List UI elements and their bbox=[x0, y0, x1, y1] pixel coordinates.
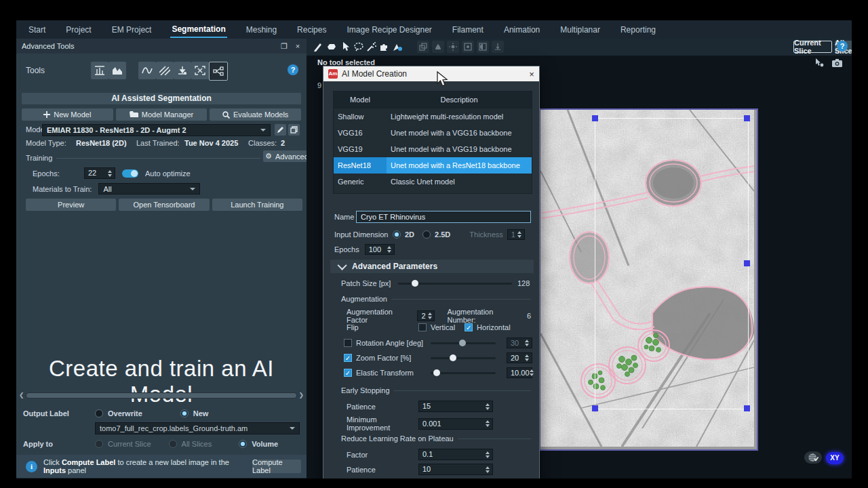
scroll-right-icon[interactable]: ❯ bbox=[298, 392, 304, 399]
menu-em-project[interactable]: EM Project bbox=[111, 22, 153, 37]
scan-remove-tool-icon[interactable] bbox=[191, 62, 209, 79]
zoom-factor-checkbox[interactable]: ✓ bbox=[344, 354, 352, 362]
selection-handle-right-mid[interactable] bbox=[744, 260, 750, 266]
dim-2d-radio[interactable] bbox=[393, 230, 401, 239]
menu-project[interactable]: Project bbox=[64, 22, 92, 37]
output-label-dropdown[interactable]: tomo7_full_rec_crop.labels_Ground-truth.… bbox=[95, 422, 300, 434]
menu-multiplanar[interactable]: Multiplanar bbox=[559, 22, 601, 37]
puzzle-tool-icon[interactable] bbox=[378, 41, 390, 53]
compute-label-button[interactable]: Compute Label bbox=[252, 460, 301, 473]
table-row-vgg16[interactable]: VGG16Unet model with a VGG16 backbone bbox=[334, 125, 532, 141]
open-tensorboard-button[interactable]: Open Tensorboard bbox=[119, 199, 209, 211]
table-row-shallow[interactable]: ShallowLightweight multi-resolution mode… bbox=[334, 108, 532, 125]
close-icon[interactable]: × bbox=[293, 41, 302, 51]
menu-segmentation[interactable]: Segmentation bbox=[170, 21, 226, 38]
dialog-epochs-spinner[interactable]: 100 bbox=[365, 244, 395, 255]
selection-handle-bottom-left[interactable] bbox=[592, 405, 598, 411]
duplicate-model-button[interactable] bbox=[288, 124, 300, 136]
fill-icon[interactable] bbox=[432, 41, 444, 53]
selection-handle-bottom-right[interactable] bbox=[744, 405, 750, 411]
preview-button[interactable]: Preview bbox=[26, 199, 116, 211]
epochs-spinner[interactable]: 22 bbox=[84, 167, 115, 179]
menu-meshing[interactable]: Meshing bbox=[245, 22, 278, 37]
dilate-icon[interactable] bbox=[447, 41, 459, 53]
table-row-resnet18[interactable]: ResNet18Unet model with a ResNet18 backb… bbox=[334, 157, 532, 174]
model-dropdown[interactable]: EMIAR 11830 - ResNet18 - 2D - Augmt 2 bbox=[42, 124, 271, 136]
overwrite-radio[interactable] bbox=[95, 409, 103, 418]
elastic-transform-checkbox[interactable]: ✓ bbox=[344, 369, 352, 377]
current-slice-button[interactable]: Current Slice bbox=[793, 41, 832, 53]
zoom-factor-spinner[interactable]: 20 bbox=[507, 352, 532, 363]
advanced-parameters-header[interactable]: Advanced Parameters bbox=[330, 260, 534, 273]
flip-horizontal-checkbox[interactable]: ✓ bbox=[465, 323, 473, 331]
patience-spinner[interactable]: 15 bbox=[418, 401, 493, 412]
thickness-spinner[interactable]: 1 bbox=[507, 229, 525, 240]
levels-tool-icon[interactable] bbox=[108, 62, 126, 79]
current-slice-radio[interactable] bbox=[95, 440, 103, 448]
table-row-generic[interactable]: GenericClassic Unet model bbox=[334, 174, 532, 190]
lasso-tool-icon[interactable] bbox=[353, 41, 365, 53]
menu-recipes[interactable]: Recipes bbox=[296, 22, 328, 37]
edit-model-button[interactable] bbox=[275, 124, 286, 136]
new-model-button[interactable]: New Model bbox=[22, 108, 113, 121]
ai-segmentation-tool-icon[interactable] bbox=[209, 62, 228, 81]
pointer-settings-icon[interactable] bbox=[815, 58, 824, 67]
undock-icon[interactable]: ❐ bbox=[279, 41, 289, 51]
lr-patience-spinner[interactable]: 10 bbox=[418, 464, 493, 475]
import-tool-icon[interactable] bbox=[174, 62, 191, 79]
selection-rectangle[interactable] bbox=[595, 118, 749, 409]
elastic-transform-slider[interactable] bbox=[431, 369, 496, 377]
curve-tool-icon[interactable] bbox=[138, 62, 156, 79]
minimum-improvement-spinner[interactable]: 0.001 bbox=[418, 418, 493, 430]
menu-start[interactable]: Start bbox=[27, 22, 47, 37]
selection-handle-top-right[interactable] bbox=[744, 115, 750, 121]
rotation-angle-slider[interactable] bbox=[431, 339, 496, 347]
histogram-tool-icon[interactable] bbox=[91, 62, 108, 79]
dialog-title-bar[interactable]: Am AI Model Creation × bbox=[323, 66, 539, 81]
evaluate-models-button[interactable]: Evaluate Models bbox=[210, 108, 301, 121]
name-input[interactable] bbox=[356, 211, 531, 223]
dim-25d-radio[interactable] bbox=[422, 230, 431, 239]
brush-tool-icon[interactable] bbox=[312, 41, 324, 53]
camera-icon[interactable] bbox=[832, 59, 842, 67]
spray-tool-icon[interactable] bbox=[391, 41, 403, 53]
rotation-angle-checkbox[interactable] bbox=[344, 339, 352, 347]
help-icon[interactable]: ? bbox=[288, 64, 298, 75]
flip-vertical-checkbox[interactable] bbox=[418, 323, 427, 331]
menu-animation[interactable]: Animation bbox=[502, 22, 541, 37]
lr-factor-spinner[interactable]: 0.1 bbox=[418, 449, 493, 460]
toolbar-help-icon[interactable]: ? bbox=[837, 41, 848, 52]
dialog-close-icon[interactable]: × bbox=[524, 69, 539, 79]
eraser-tool-icon[interactable] bbox=[326, 41, 338, 53]
model-manager-button[interactable]: Model Manager bbox=[116, 108, 208, 121]
volume-radio[interactable] bbox=[239, 440, 247, 448]
rotation-angle-spinner[interactable]: 30 bbox=[507, 338, 532, 348]
materials-dropdown[interactable]: All bbox=[98, 183, 200, 195]
em-image-canvas[interactable] bbox=[539, 108, 758, 451]
menu-image-recipe-designer[interactable]: Image Recipe Designer bbox=[345, 22, 433, 37]
hatch-tool-icon[interactable] bbox=[156, 62, 174, 79]
xy-plane-badge[interactable]: XY bbox=[826, 452, 844, 464]
horizontal-scrollbar[interactable]: ❮ ❯ bbox=[19, 392, 304, 399]
menu-reporting[interactable]: Reporting bbox=[619, 22, 657, 37]
wand-tool-icon[interactable] bbox=[366, 41, 378, 53]
table-row-vgg19[interactable]: VGG19Unet model with a VGG19 backbone bbox=[334, 141, 532, 157]
orientation-globe-icon[interactable] bbox=[804, 451, 822, 464]
invert-icon[interactable] bbox=[477, 41, 489, 53]
erode-icon[interactable] bbox=[462, 41, 474, 53]
auto-optimize-toggle[interactable] bbox=[122, 169, 138, 178]
new-radio[interactable] bbox=[180, 409, 189, 418]
advanced-settings-button[interactable]: ⚙ Advanced Setti bbox=[263, 150, 311, 162]
patch-size-slider[interactable] bbox=[398, 279, 512, 287]
threshold-icon[interactable] bbox=[492, 41, 504, 53]
all-slices-radio[interactable] bbox=[169, 440, 177, 448]
copy-layer-icon[interactable] bbox=[417, 41, 429, 53]
launch-training-button[interactable]: Launch Training bbox=[212, 199, 302, 211]
select-cursor-tool-icon[interactable] bbox=[340, 41, 353, 53]
menu-filament[interactable]: Filament bbox=[451, 22, 485, 37]
augmentation-factor-spinner[interactable]: 2 bbox=[417, 310, 435, 321]
elastic-transform-spinner[interactable]: 10.00 bbox=[507, 367, 532, 378]
selection-handle-top-left[interactable] bbox=[592, 115, 598, 121]
scrollbar-thumb[interactable] bbox=[26, 393, 297, 398]
scroll-left-icon[interactable]: ❮ bbox=[19, 392, 24, 399]
